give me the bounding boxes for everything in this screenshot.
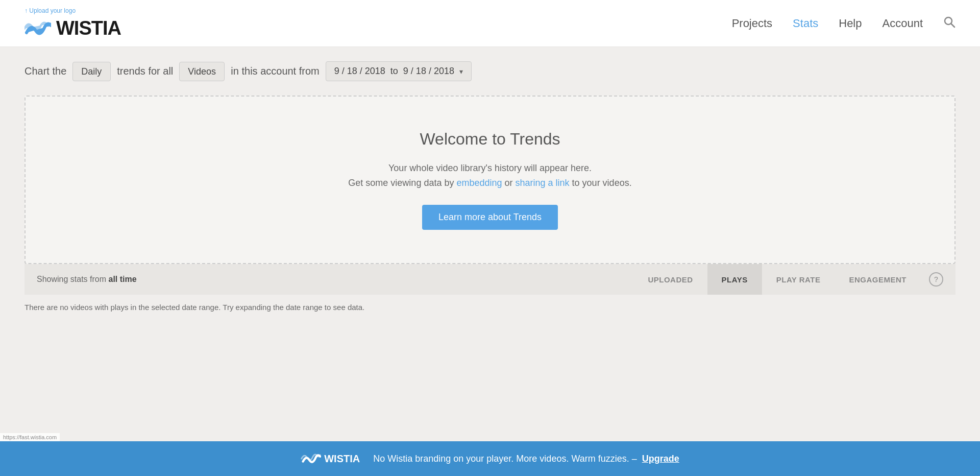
tab-engagement[interactable]: ENGAGEMENT (835, 264, 921, 295)
upgrade-link[interactable]: Upgrade (642, 454, 679, 464)
trends-chart-area: Welcome to Trends Your whole video libra… (24, 96, 955, 264)
nav-stats[interactable]: Stats (793, 17, 818, 30)
upload-logo-link[interactable]: ↑ Upload your logo (24, 7, 76, 14)
no-videos-message: There are no videos with plays in the se… (24, 303, 955, 312)
filter-bar: Chart the Daily trends for all Videos in… (0, 47, 980, 96)
nav-account[interactable]: Account (883, 17, 923, 30)
all-time-bold: all time (109, 275, 137, 283)
stats-bar: Showing stats from all time UPLOADED PLA… (24, 264, 955, 295)
nav-help[interactable]: Help (839, 17, 862, 30)
date-from: 9 / 18 / 2018 (334, 66, 385, 77)
in-account-from-label: in this account from (231, 65, 319, 77)
header: ↑ Upload your logo WISTIA Projects Stats… (0, 0, 980, 47)
chart-the-label: Chart the (24, 65, 66, 77)
search-icon[interactable] (943, 16, 955, 31)
tab-play-rate[interactable]: PLAY RATE (762, 264, 835, 295)
daily-select[interactable]: Daily (72, 62, 111, 81)
embedding-link[interactable]: embedding (456, 178, 502, 188)
date-range-picker[interactable]: 9 / 18 / 2018 to 9 / 18 / 2018 ▾ (326, 61, 472, 81)
learn-more-button[interactable]: Learn more about Trends (422, 205, 558, 230)
statusbar: https://fast.wistia.com (0, 433, 60, 441)
stats-help-icon[interactable]: ? (929, 272, 943, 287)
date-to: 9 / 18 / 2018 (403, 66, 454, 77)
svg-line-1 (951, 23, 955, 27)
trends-for-all-label: trends for all (117, 65, 173, 77)
nav-projects[interactable]: Projects (732, 17, 772, 30)
banner-logo-text: WISTIA (324, 453, 360, 465)
header-nav: Projects Stats Help Account (732, 16, 955, 31)
wistia-logo-icon (24, 18, 51, 39)
to-label: to (390, 66, 398, 77)
showing-stats-label: Showing stats from all time (37, 275, 137, 284)
logo-area: WISTIA (24, 17, 121, 39)
tab-uploaded[interactable]: UPLOADED (633, 264, 707, 295)
wistia-logo-text: WISTIA (56, 17, 121, 39)
stats-tabs: UPLOADED PLAYS PLAY RATE ENGAGEMENT (633, 264, 921, 295)
sharing-link[interactable]: sharing a link (516, 178, 570, 188)
welcome-desc: Your whole video library's history will … (348, 161, 631, 191)
videos-select[interactable]: Videos (179, 62, 225, 81)
banner-text: No Wistia branding on your player. More … (373, 454, 637, 464)
banner-wistia-logo: WISTIA (301, 451, 360, 466)
bottom-banner: WISTIA No Wistia branding on your player… (0, 441, 980, 476)
date-dropdown-icon: ▾ (459, 67, 463, 76)
tab-plays[interactable]: PLAYS (707, 264, 762, 295)
header-left: ↑ Upload your logo WISTIA (24, 7, 121, 39)
welcome-title: Welcome to Trends (420, 130, 560, 149)
